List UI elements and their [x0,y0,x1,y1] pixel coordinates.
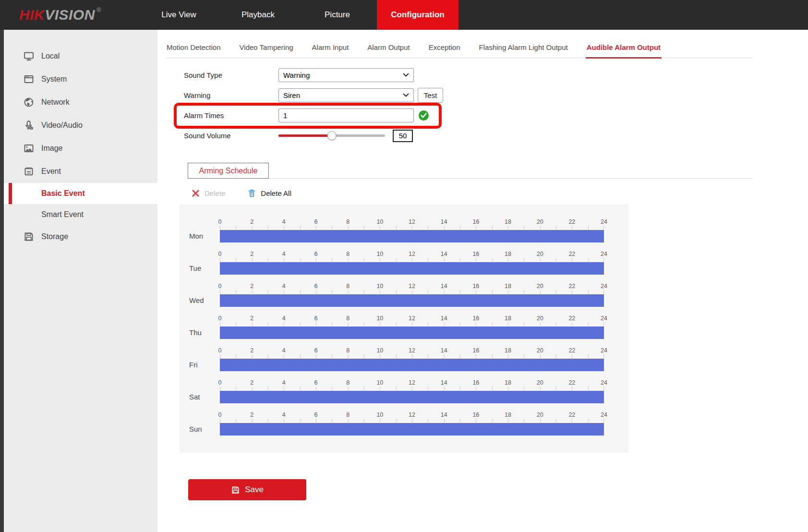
tick [444,258,445,262]
tick [508,258,508,262]
tab-flashing-alarm-light-output[interactable]: Flashing Alarm Light Output [478,43,569,59]
tick [268,354,268,358]
hour-label: 8 [346,251,350,257]
tick [492,354,493,358]
hour-label: 24 [601,379,607,386]
hour-label: 4 [282,315,286,322]
hour-label: 0 [218,283,222,290]
hour-ticks [220,290,604,294]
tick [603,419,604,423]
schedule-bar-track[interactable] [220,359,604,371]
test-sound-button[interactable]: Test [418,88,443,103]
tick [268,290,268,294]
tick [220,322,220,326]
sidebar-item-smart-event[interactable]: Smart Event [4,204,157,225]
tick [252,290,253,294]
sidebar-item-local[interactable]: Local [4,45,157,68]
nav-picture[interactable]: Picture [298,0,377,30]
warning-sound-select[interactable]: Siren [278,88,414,102]
armed-period-bar[interactable] [220,391,604,403]
schedule-bar-track[interactable] [220,230,604,242]
hour-label: 24 [601,347,607,354]
hour-label: 20 [537,315,543,322]
sidebar-item-image[interactable]: Image [4,137,157,160]
delete-all-button[interactable]: Delete All [247,188,291,198]
tab-alarm-output[interactable]: Alarm Output [366,43,410,59]
tab-video-tampering[interactable]: Video Tampering [239,43,294,59]
hour-label: 12 [409,379,415,386]
tick [316,226,316,230]
tick [316,258,316,262]
tick [540,226,541,230]
hour-label: 12 [409,347,415,354]
tick [332,258,332,262]
tick [252,387,253,390]
hour-ruler: 024681012141618202224 [220,314,604,322]
slider-thumb[interactable] [327,131,337,140]
delete-x-icon [191,189,200,198]
armed-period-bar[interactable] [220,359,604,371]
schedule-bar-track[interactable] [220,391,604,403]
hour-label: 4 [282,283,286,290]
hour-label: 16 [472,283,479,290]
nav-live-view[interactable]: Live View [139,0,218,30]
tab-motion-detection[interactable]: Motion Detection [166,43,222,59]
save-button[interactable]: Save [188,479,306,500]
slider-fill [278,134,332,137]
armed-period-bar[interactable] [220,230,604,242]
sidebar-item-event[interactable]: Event [4,160,157,183]
schedule-bar-track[interactable] [220,262,604,275]
sidebar-item-network[interactable]: Network [4,91,157,114]
hour-label: 22 [568,379,575,386]
tick [524,387,524,390]
image-icon [23,143,35,154]
tick [396,226,397,230]
hour-label: 8 [346,315,350,322]
hour-label: 6 [314,347,318,354]
tick [556,258,556,262]
schedule-bar-track[interactable] [220,326,604,339]
registered-mark: ® [96,6,101,13]
schedule-row-thu: Thu024681012141618202224 [220,314,604,339]
armed-period-bar[interactable] [220,262,604,275]
tick [460,419,460,423]
tick [588,322,589,326]
tick [252,322,253,326]
armed-period-bar[interactable] [220,326,604,339]
hour-label: 4 [282,379,286,386]
schedule-row-fri: Fri024681012141618202224 [220,346,604,371]
hour-label: 16 [472,218,479,225]
arming-schedule-button[interactable]: Arming Schedule [188,163,269,179]
schedule-bar-track[interactable] [220,423,604,435]
armed-period-bar[interactable] [220,294,604,307]
schedule-bar-track[interactable] [220,294,604,307]
hour-label: 24 [601,315,607,322]
sidebar-item-system[interactable]: System [4,68,157,91]
sound-type-select[interactable]: Warning [278,68,414,82]
hour-label: 12 [409,218,415,225]
sidebar-item-basic-event[interactable]: Basic Event [4,183,157,204]
tab-alarm-input[interactable]: Alarm Input [311,43,350,59]
event-notepad-icon [23,166,35,177]
event-tabs: Motion DetectionVideo TamperingAlarm Inp… [166,30,753,58]
hour-label: 6 [314,315,318,322]
tab-exception[interactable]: Exception [428,43,461,59]
hour-label: 22 [568,251,575,257]
alarm-times-input[interactable] [278,109,414,122]
sound-volume-slider[interactable] [278,131,385,140]
hour-ticks [220,257,604,262]
tick [524,226,524,230]
delete-button[interactable]: Delete [191,189,225,198]
tick [524,354,524,358]
tick [508,354,508,358]
sidebar-item-storage[interactable]: Storage [4,225,157,248]
arming-schedule-divider [269,178,753,179]
hour-label: 14 [441,218,447,225]
nav-playback[interactable]: Playback [218,0,298,30]
settings-sidebar: LocalSystemNetworkVideo/AudioImageEventB… [0,30,157,532]
armed-period-bar[interactable] [220,423,604,435]
nav-configuration[interactable]: Configuration [377,0,458,30]
tab-audible-alarm-output[interactable]: Audible Alarm Output [586,43,662,59]
sidebar-item-video-audio[interactable]: Video/Audio [4,114,157,137]
tick [540,354,541,358]
